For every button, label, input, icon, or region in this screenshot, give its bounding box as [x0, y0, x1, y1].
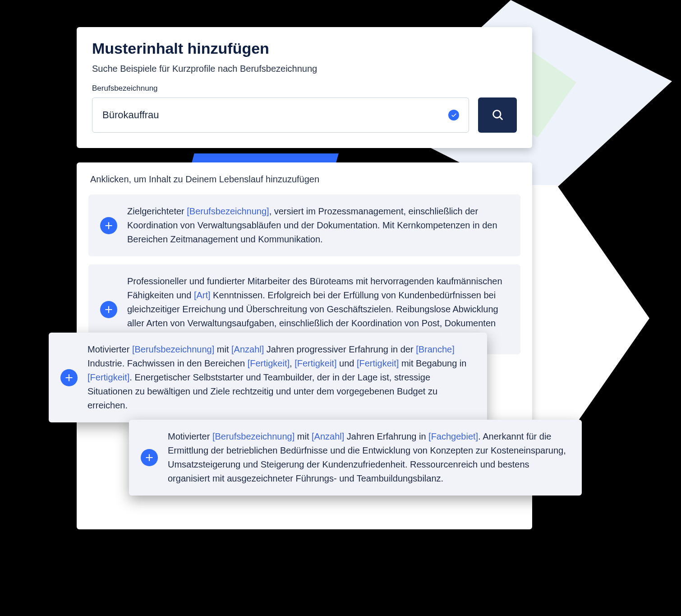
- placeholder-token: [Fertigkeit]: [294, 358, 336, 368]
- placeholder-token: [Anzahl]: [312, 431, 344, 441]
- svg-line-1: [500, 116, 502, 119]
- suggestion-item[interactable]: Zielgerichteter [Berufsbezeichnung], ver…: [88, 195, 520, 256]
- check-icon: [448, 110, 459, 120]
- plus-icon: [100, 217, 117, 234]
- suggestion-item[interactable]: Motivierter [Berufsbezeichnung] mit [Anz…: [49, 333, 487, 422]
- plus-icon: [60, 369, 78, 386]
- placeholder-token: [Fertigkeit]: [87, 372, 129, 382]
- placeholder-token: [Berufsbezeichnung]: [212, 431, 294, 441]
- job-title-input[interactable]: [92, 97, 469, 133]
- suggestion-item[interactable]: Motivierter [Berufsbezeichnung] mit [Anz…: [129, 420, 582, 496]
- search-card: Musterinhalt hinzufügen Suche Beispiele …: [77, 27, 532, 148]
- suggestion-text: Zielgerichteter [Berufsbezeichnung], ver…: [127, 204, 509, 246]
- field-label: Berufsbezeichnung: [92, 84, 517, 93]
- placeholder-token: [Fertigkeit]: [248, 358, 290, 368]
- search-button[interactable]: [478, 97, 517, 133]
- placeholder-token: [Fertigkeit]: [357, 358, 399, 368]
- placeholder-token: [Berufsbezeichnung]: [132, 344, 214, 354]
- plus-icon: [141, 449, 158, 466]
- results-instruction: Anklicken, um Inhalt zu Deinem Lebenslau…: [90, 174, 519, 185]
- suggestion-text: Motivierter [Berufsbezeichnung] mit [Anz…: [87, 343, 475, 412]
- placeholder-token: [Berufsbezeichnung]: [187, 206, 269, 216]
- search-icon: [491, 108, 504, 122]
- suggestion-text: Motivierter [Berufsbezeichnung] mit [Anz…: [168, 430, 570, 486]
- plus-icon: [100, 301, 117, 318]
- placeholder-token: [Art]: [194, 290, 211, 300]
- page-subtitle: Suche Beispiele für Kurzprofile nach Ber…: [92, 64, 517, 74]
- page-title: Musterinhalt hinzufügen: [92, 40, 517, 57]
- job-title-field-wrapper: [92, 97, 469, 133]
- placeholder-token: [Fachgebiet]: [428, 431, 478, 441]
- placeholder-token: [Anzahl]: [231, 344, 264, 354]
- placeholder-token: [Branche]: [416, 344, 455, 354]
